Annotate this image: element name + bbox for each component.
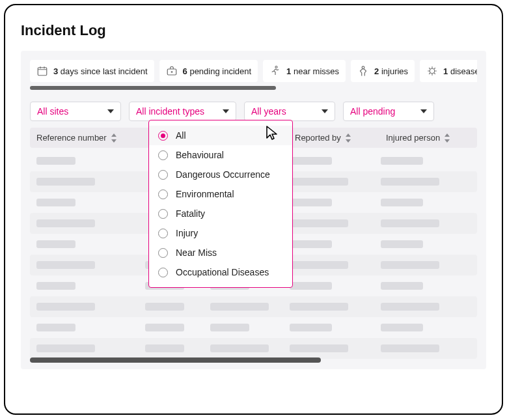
radio-icon (158, 209, 168, 219)
column-injured-person[interactable]: Injured person (379, 128, 477, 148)
chevron-down-icon (420, 109, 427, 113)
dropdown-option-environmental[interactable]: Environmental (149, 184, 292, 204)
option-label: All (176, 130, 186, 141)
dropdown-option-near-miss[interactable]: Near Miss (149, 243, 292, 262)
stat-card-near-misses[interactable]: 1 near misses (263, 60, 346, 82)
table-row[interactable] (30, 296, 477, 317)
stat-card-diseases[interactable]: 1 diseases (420, 60, 477, 82)
filter-sites[interactable]: All sites (30, 102, 121, 121)
column-reported-by[interactable]: Reported by (288, 128, 379, 148)
stat-card-pending[interactable]: 6 pending incident (159, 60, 258, 82)
column-label: Reference number (36, 133, 107, 143)
stat-card-days-since[interactable]: 3 days since last incident (30, 60, 154, 82)
calendar-icon (36, 65, 48, 77)
radio-icon (158, 229, 168, 238)
filter-pending[interactable]: All pending (343, 102, 434, 121)
radio-icon (158, 248, 168, 258)
table-row[interactable] (30, 317, 477, 338)
person-injured-icon (357, 65, 369, 77)
briefcase-plus-icon (166, 65, 178, 77)
dropdown-option-injury[interactable]: Injury (149, 223, 292, 243)
svg-point-3 (362, 66, 364, 69)
svg-rect-0 (38, 68, 47, 76)
option-label: Environmental (176, 189, 234, 199)
stats-scrollbar-thumb[interactable] (30, 86, 276, 90)
filter-label: All pending (350, 106, 395, 117)
column-label: Injured person (386, 133, 440, 143)
chevron-down-icon (322, 109, 328, 113)
dropdown-option-fatality[interactable]: Fatality (149, 204, 292, 223)
filter-years[interactable]: All years (244, 102, 335, 121)
option-label: Dangerous Occurrence (176, 169, 270, 180)
filter-incident-types[interactable]: All incident types (129, 102, 236, 121)
filters-row: All sites All incident types All years A… (30, 102, 477, 121)
stat-text: 2 injuries (374, 66, 408, 76)
incident-type-dropdown: All Behavioural Dangerous Occurrence Env… (148, 120, 293, 288)
stat-text: 3 days since last incident (53, 66, 148, 76)
svg-point-2 (275, 66, 277, 68)
filter-label: All years (251, 106, 286, 117)
sort-icon (444, 133, 450, 143)
stat-card-injuries[interactable]: 2 injuries (351, 60, 415, 82)
column-reference[interactable]: Reference number (30, 128, 133, 148)
radio-icon (158, 150, 168, 160)
radio-selected-icon (158, 131, 168, 141)
filter-label: All incident types (136, 106, 204, 117)
dropdown-option-dangerous-occurrence[interactable]: Dangerous Occurrence (149, 165, 292, 184)
option-label: Injury (176, 228, 198, 238)
chevron-down-icon (223, 109, 229, 113)
table-scrollbar-thumb[interactable] (30, 357, 321, 363)
stat-text: 1 near misses (286, 66, 339, 76)
dropdown-option-behavioural[interactable]: Behavioural (149, 145, 292, 165)
virus-icon (426, 65, 438, 77)
filter-label: All sites (37, 106, 68, 117)
stat-cards-row: 3 days since last incident 6 pending inc… (30, 60, 477, 82)
radio-icon (158, 268, 168, 277)
stat-text: 1 diseases (443, 66, 477, 76)
option-label: Fatality (176, 208, 205, 219)
stats-scrollbar[interactable] (30, 86, 477, 90)
radio-icon (158, 189, 168, 199)
option-label: Occupational Diseases (176, 267, 269, 277)
sort-icon (345, 133, 351, 143)
person-running-icon (269, 65, 281, 77)
table-row[interactable] (30, 338, 477, 359)
content-panel: 3 days since last incident 6 pending inc… (21, 51, 486, 369)
page-title: Incident Log (21, 22, 486, 39)
app-window: Incident Log 3 days since last incident … (4, 4, 503, 415)
dropdown-option-occupational-diseases[interactable]: Occupational Diseases (149, 262, 292, 282)
column-label: Reported by (295, 133, 341, 143)
svg-point-4 (430, 68, 435, 74)
table-scrollbar[interactable] (30, 357, 477, 363)
option-label: Behavioural (176, 150, 224, 160)
sort-icon (111, 133, 117, 143)
option-label: Near Miss (176, 247, 217, 258)
dropdown-option-all[interactable]: All (149, 126, 292, 145)
chevron-down-icon (107, 109, 114, 113)
stat-text: 6 pending incident (183, 66, 252, 76)
radio-icon (158, 170, 168, 180)
